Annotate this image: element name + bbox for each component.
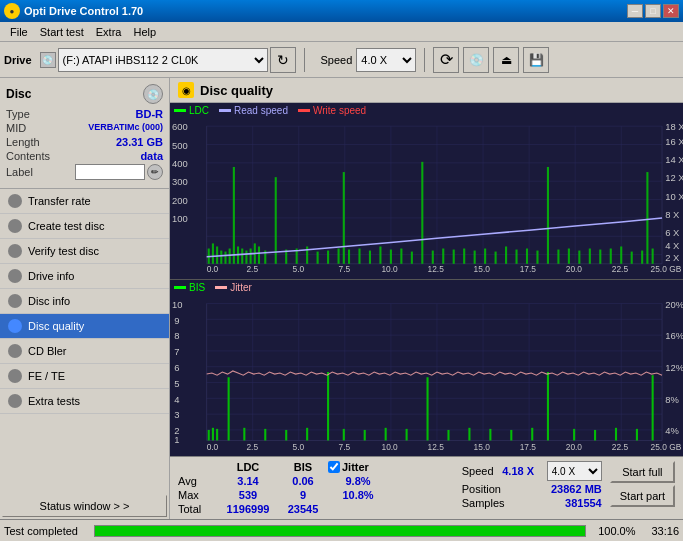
sidebar-item-drive-info[interactable]: Drive info bbox=[0, 264, 169, 289]
sidebar-item-cd-bler[interactable]: CD Bler bbox=[0, 339, 169, 364]
svg-text:7: 7 bbox=[174, 346, 179, 357]
svg-rect-124 bbox=[216, 429, 218, 441]
speed-info-select[interactable]: 4.0 X bbox=[547, 461, 602, 481]
mid-value: VERBATIMc (000) bbox=[88, 122, 163, 134]
bottom-panel: LDC BIS Jitter Avg 3.14 0.06 9.8% bbox=[170, 456, 683, 519]
disc-button[interactable]: 💿 bbox=[463, 47, 489, 73]
start-part-button[interactable]: Start part bbox=[610, 485, 675, 507]
status-text: Test completed bbox=[4, 525, 78, 537]
avg-jitter: 9.8% bbox=[328, 475, 388, 487]
charts-area: LDC Read speed Write speed bbox=[170, 103, 683, 456]
svg-rect-57 bbox=[432, 251, 434, 264]
svg-rect-67 bbox=[568, 249, 570, 264]
menu-help[interactable]: Help bbox=[127, 24, 162, 40]
svg-rect-31 bbox=[250, 249, 252, 264]
sidebar-item-transfer-rate[interactable]: Transfer rate bbox=[0, 189, 169, 214]
status-window-button[interactable]: Status window > > bbox=[2, 495, 167, 517]
svg-text:14 X: 14 X bbox=[665, 155, 683, 165]
contents-label: Contents bbox=[6, 150, 50, 162]
svg-rect-129 bbox=[306, 428, 308, 441]
content-header: ◉ Disc quality bbox=[170, 78, 683, 103]
avg-ldc: 3.14 bbox=[218, 475, 278, 487]
save-button[interactable]: 💾 bbox=[523, 47, 549, 73]
transfer-rate-label: Transfer rate bbox=[28, 195, 91, 207]
svg-rect-125 bbox=[228, 377, 230, 440]
speed-label: Speed bbox=[321, 54, 353, 66]
jitter-checkbox[interactable] bbox=[328, 461, 340, 473]
svg-rect-49 bbox=[317, 252, 319, 264]
progress-bar-inner bbox=[95, 526, 585, 536]
svg-rect-59 bbox=[453, 250, 455, 264]
svg-rect-53 bbox=[369, 251, 371, 264]
avg-label: Avg bbox=[178, 475, 218, 487]
label-input[interactable] bbox=[75, 164, 145, 180]
sidebar-item-disc-quality[interactable]: Disc quality bbox=[0, 314, 169, 339]
disc-info-label: Disc info bbox=[28, 295, 70, 307]
svg-rect-63 bbox=[515, 250, 517, 264]
svg-rect-144 bbox=[615, 428, 617, 441]
svg-text:20.0: 20.0 bbox=[566, 265, 583, 274]
svg-rect-56 bbox=[411, 252, 413, 264]
svg-rect-136 bbox=[447, 430, 449, 441]
minimize-button[interactable]: ─ bbox=[627, 4, 643, 18]
svg-rect-131 bbox=[343, 429, 345, 441]
svg-text:20.0: 20.0 bbox=[566, 442, 583, 451]
menu-extra[interactable]: Extra bbox=[90, 24, 128, 40]
disc-panel-title: Disc bbox=[6, 87, 31, 101]
svg-rect-73 bbox=[652, 249, 654, 264]
sidebar-item-disc-info[interactable]: Disc info bbox=[0, 289, 169, 314]
refresh-button[interactable]: ⟳ bbox=[433, 47, 459, 73]
svg-rect-51 bbox=[348, 250, 350, 264]
svg-text:3: 3 bbox=[174, 409, 179, 420]
start-full-button[interactable]: Start full bbox=[610, 461, 675, 483]
sidebar-item-fe-te[interactable]: FE / TE bbox=[0, 364, 169, 389]
drive-refresh-button[interactable]: ↻ bbox=[270, 47, 296, 73]
speed-select[interactable]: 4.0 X bbox=[356, 48, 416, 72]
length-value: 23.31 GB bbox=[116, 136, 163, 148]
svg-rect-133 bbox=[385, 428, 387, 441]
svg-rect-61 bbox=[484, 249, 486, 264]
sidebar-item-extra-tests[interactable]: Extra tests bbox=[0, 389, 169, 414]
max-label: Max bbox=[178, 489, 218, 501]
svg-text:300: 300 bbox=[172, 177, 188, 187]
toolbar: Drive 💿 (F:) ATAPI iHBS112 2 CL0K ↻ Spee… bbox=[0, 42, 683, 78]
svg-text:16%: 16% bbox=[665, 330, 683, 341]
close-button[interactable]: ✕ bbox=[663, 4, 679, 18]
total-bis: 23545 bbox=[278, 503, 328, 515]
menu-start-test[interactable]: Start test bbox=[34, 24, 90, 40]
sidebar-item-verify-test-disc[interactable]: Verify test disc bbox=[0, 239, 169, 264]
bis-legend-color bbox=[174, 286, 186, 289]
create-test-disc-icon bbox=[8, 219, 22, 233]
svg-rect-68 bbox=[578, 251, 580, 264]
svg-text:2.5: 2.5 bbox=[246, 265, 258, 274]
speed-info-section: Speed 4.18 X 4.0 X Position 23862 MB Sam… bbox=[462, 461, 602, 509]
chart1-ldc-legend: LDC bbox=[174, 105, 209, 116]
svg-text:7.5: 7.5 bbox=[339, 442, 351, 451]
mid-label: MID bbox=[6, 122, 26, 134]
svg-text:15.0: 15.0 bbox=[474, 265, 491, 274]
svg-rect-54 bbox=[390, 250, 392, 264]
sidebar-item-create-test-disc[interactable]: Create test disc bbox=[0, 214, 169, 239]
label-icon[interactable]: ✏ bbox=[147, 164, 163, 180]
chart2-svg: 10 9 8 7 6 5 4 3 2 1 20% 16% 12% 8% 4% bbox=[170, 293, 683, 451]
menu-file[interactable]: File bbox=[4, 24, 34, 40]
eject-button[interactable]: ⏏ bbox=[493, 47, 519, 73]
svg-text:9: 9 bbox=[174, 315, 179, 326]
bis-col-header: BIS bbox=[278, 461, 328, 473]
maximize-button[interactable]: □ bbox=[645, 4, 661, 18]
svg-text:17.5: 17.5 bbox=[520, 265, 537, 274]
app-title: Opti Drive Control 1.70 bbox=[24, 5, 143, 17]
svg-rect-127 bbox=[264, 429, 266, 441]
svg-rect-135 bbox=[427, 377, 429, 440]
svg-text:2 X: 2 X bbox=[665, 253, 679, 263]
svg-rect-140 bbox=[531, 428, 533, 441]
svg-text:12%: 12% bbox=[665, 362, 683, 373]
writespeed-legend-label: Write speed bbox=[313, 105, 366, 116]
svg-text:400: 400 bbox=[172, 159, 188, 169]
total-ldc: 1196999 bbox=[218, 503, 278, 515]
svg-rect-41 bbox=[505, 246, 507, 263]
drive-icon: 💿 bbox=[40, 52, 56, 68]
drive-select[interactable]: (F:) ATAPI iHBS112 2 CL0K bbox=[58, 48, 268, 72]
ldc-legend-label: LDC bbox=[189, 105, 209, 116]
svg-text:12 X: 12 X bbox=[665, 173, 683, 183]
